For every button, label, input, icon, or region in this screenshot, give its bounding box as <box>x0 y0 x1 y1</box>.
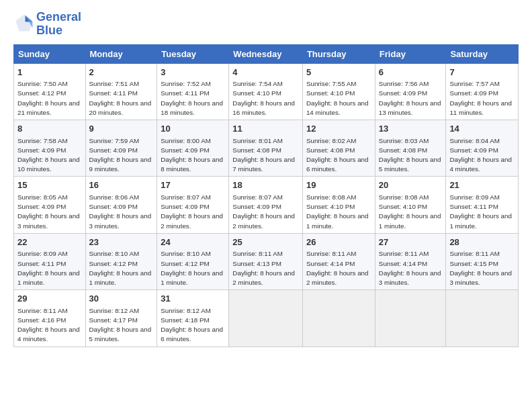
day-number: 3 <box>161 66 225 79</box>
calendar-cell: 27 Sunrise: 8:11 AMSunset: 4:14 PMDaylig… <box>375 233 446 289</box>
day-detail: Sunrise: 7:54 AMSunset: 4:10 PMDaylight:… <box>232 80 295 116</box>
calendar-cell: 25 Sunrise: 8:11 AMSunset: 4:13 PMDaylig… <box>229 233 303 289</box>
day-number: 29 <box>17 293 82 305</box>
calendar-cell: 26 Sunrise: 8:11 AMSunset: 4:14 PMDaylig… <box>302 233 375 289</box>
calendar-cell: 19 Sunrise: 8:08 AMSunset: 4:10 PMDaylig… <box>302 177 375 233</box>
calendar-cell: 4 Sunrise: 7:54 AMSunset: 4:10 PMDayligh… <box>229 63 303 120</box>
day-detail: Sunrise: 7:57 AMSunset: 4:09 PMDaylight:… <box>449 80 512 116</box>
day-number: 8 <box>17 123 82 135</box>
day-detail: Sunrise: 8:09 AMSunset: 4:11 PMDaylight:… <box>17 250 80 286</box>
day-detail: Sunrise: 7:55 AMSunset: 4:10 PMDaylight:… <box>306 80 369 116</box>
day-detail: Sunrise: 8:08 AMSunset: 4:10 PMDaylight:… <box>306 193 369 230</box>
day-detail: Sunrise: 7:50 AMSunset: 4:12 PMDaylight:… <box>17 80 80 116</box>
day-detail: Sunrise: 8:12 AMSunset: 4:17 PMDaylight:… <box>89 307 152 343</box>
day-number: 1 <box>17 66 82 79</box>
day-number: 21 <box>449 179 515 191</box>
day-detail: Sunrise: 8:11 AMSunset: 4:14 PMDaylight:… <box>306 250 369 286</box>
calendar-row-4: 22 Sunrise: 8:09 AMSunset: 4:11 PMDaylig… <box>14 233 519 289</box>
calendar-cell: 17 Sunrise: 8:07 AMSunset: 4:09 PMDaylig… <box>157 177 229 233</box>
calendar-cell: 7 Sunrise: 7:57 AMSunset: 4:09 PMDayligh… <box>446 63 519 120</box>
col-header-wednesday: Wednesday <box>229 44 303 63</box>
calendar-cell: 30 Sunrise: 8:12 AMSunset: 4:17 PMDaylig… <box>85 290 157 347</box>
day-number: 12 <box>306 123 371 135</box>
day-number: 10 <box>161 123 225 135</box>
day-detail: Sunrise: 8:01 AMSunset: 4:08 PMDaylight:… <box>232 137 295 173</box>
day-detail: Sunrise: 7:58 AMSunset: 4:09 PMDaylight:… <box>17 137 80 173</box>
calendar-cell <box>375 290 446 347</box>
day-detail: Sunrise: 8:10 AMSunset: 4:12 PMDaylight:… <box>89 250 152 286</box>
day-number: 28 <box>449 236 515 248</box>
day-number: 15 <box>17 179 82 191</box>
day-detail: Sunrise: 8:11 AMSunset: 4:14 PMDaylight:… <box>379 250 441 286</box>
col-header-sunday: Sunday <box>14 44 86 63</box>
day-detail: Sunrise: 8:10 AMSunset: 4:12 PMDaylight:… <box>161 250 223 286</box>
day-number: 19 <box>306 179 371 191</box>
calendar-table: SundayMondayTuesdayWednesdayThursdayFrid… <box>13 44 519 347</box>
day-number: 18 <box>232 179 299 191</box>
day-detail: Sunrise: 8:04 AMSunset: 4:09 PMDaylight:… <box>449 137 512 173</box>
day-detail: Sunrise: 8:05 AMSunset: 4:09 PMDaylight:… <box>17 193 80 230</box>
day-detail: Sunrise: 8:03 AMSunset: 4:08 PMDaylight:… <box>379 137 441 173</box>
calendar-row-5: 29 Sunrise: 8:11 AMSunset: 4:16 PMDaylig… <box>14 290 519 347</box>
calendar-cell <box>229 290 303 347</box>
calendar-cell: 29 Sunrise: 8:11 AMSunset: 4:16 PMDaylig… <box>14 290 86 347</box>
calendar-cell: 24 Sunrise: 8:10 AMSunset: 4:12 PMDaylig… <box>157 233 229 289</box>
header: General Blue <box>13 11 519 38</box>
calendar-cell: 8 Sunrise: 7:58 AMSunset: 4:09 PMDayligh… <box>14 120 86 177</box>
page: General Blue SundayMondayTuesdayWednesda… <box>0 0 532 411</box>
day-detail: Sunrise: 8:07 AMSunset: 4:09 PMDaylight:… <box>161 193 223 230</box>
day-number: 9 <box>89 123 154 135</box>
calendar-cell: 3 Sunrise: 7:52 AMSunset: 4:11 PMDayligh… <box>157 63 229 120</box>
calendar-cell: 2 Sunrise: 7:51 AMSunset: 4:11 PMDayligh… <box>85 63 157 120</box>
calendar-cell: 10 Sunrise: 8:00 AMSunset: 4:09 PMDaylig… <box>157 120 229 177</box>
calendar-cell: 23 Sunrise: 8:10 AMSunset: 4:12 PMDaylig… <box>85 233 157 289</box>
calendar-cell: 14 Sunrise: 8:04 AMSunset: 4:09 PMDaylig… <box>446 120 519 177</box>
calendar-cell: 1 Sunrise: 7:50 AMSunset: 4:12 PMDayligh… <box>14 63 86 120</box>
calendar-header-row: SundayMondayTuesdayWednesdayThursdayFrid… <box>14 44 519 63</box>
calendar-cell: 22 Sunrise: 8:09 AMSunset: 4:11 PMDaylig… <box>14 233 86 289</box>
calendar-cell: 5 Sunrise: 7:55 AMSunset: 4:10 PMDayligh… <box>302 63 375 120</box>
day-detail: Sunrise: 8:00 AMSunset: 4:09 PMDaylight:… <box>161 137 223 173</box>
calendar-row-2: 8 Sunrise: 7:58 AMSunset: 4:09 PMDayligh… <box>14 120 519 177</box>
calendar-row-1: 1 Sunrise: 7:50 AMSunset: 4:12 PMDayligh… <box>14 63 519 120</box>
day-number: 26 <box>306 236 371 248</box>
day-number: 13 <box>379 123 443 135</box>
calendar-cell: 6 Sunrise: 7:56 AMSunset: 4:09 PMDayligh… <box>375 63 446 120</box>
calendar-cell: 13 Sunrise: 8:03 AMSunset: 4:08 PMDaylig… <box>375 120 446 177</box>
day-number: 24 <box>161 236 225 248</box>
day-detail: Sunrise: 7:56 AMSunset: 4:09 PMDaylight:… <box>379 80 441 116</box>
logo-icon <box>15 13 34 32</box>
day-number: 27 <box>379 236 443 248</box>
day-number: 16 <box>89 179 154 191</box>
calendar-cell: 21 Sunrise: 8:09 AMSunset: 4:11 PMDaylig… <box>446 177 519 233</box>
day-number: 20 <box>379 179 443 191</box>
day-number: 14 <box>449 123 515 135</box>
day-number: 6 <box>379 66 443 79</box>
calendar-cell: 12 Sunrise: 8:02 AMSunset: 4:08 PMDaylig… <box>302 120 375 177</box>
day-detail: Sunrise: 8:11 AMSunset: 4:15 PMDaylight:… <box>449 250 512 286</box>
logo: General Blue <box>13 11 81 38</box>
day-detail: Sunrise: 8:11 AMSunset: 4:13 PMDaylight:… <box>232 250 295 286</box>
calendar-cell: 20 Sunrise: 8:08 AMSunset: 4:10 PMDaylig… <box>375 177 446 233</box>
col-header-thursday: Thursday <box>302 44 375 63</box>
day-detail: Sunrise: 8:07 AMSunset: 4:09 PMDaylight:… <box>232 193 295 230</box>
day-number: 23 <box>89 236 154 248</box>
calendar-cell: 15 Sunrise: 8:05 AMSunset: 4:09 PMDaylig… <box>14 177 86 233</box>
day-detail: Sunrise: 8:02 AMSunset: 4:08 PMDaylight:… <box>306 137 369 173</box>
day-number: 30 <box>89 293 154 305</box>
calendar-cell: 28 Sunrise: 8:11 AMSunset: 4:15 PMDaylig… <box>446 233 519 289</box>
calendar-row-3: 15 Sunrise: 8:05 AMSunset: 4:09 PMDaylig… <box>14 177 519 233</box>
day-detail: Sunrise: 8:12 AMSunset: 4:18 PMDaylight:… <box>161 307 223 343</box>
day-detail: Sunrise: 8:08 AMSunset: 4:10 PMDaylight:… <box>379 193 441 230</box>
day-number: 17 <box>161 179 225 191</box>
calendar-cell: 16 Sunrise: 8:06 AMSunset: 4:09 PMDaylig… <box>85 177 157 233</box>
day-number: 2 <box>89 66 154 79</box>
calendar-cell: 9 Sunrise: 7:59 AMSunset: 4:09 PMDayligh… <box>85 120 157 177</box>
col-header-saturday: Saturday <box>446 44 519 63</box>
col-header-tuesday: Tuesday <box>157 44 229 63</box>
calendar-cell: 18 Sunrise: 8:07 AMSunset: 4:09 PMDaylig… <box>229 177 303 233</box>
day-number: 4 <box>232 66 299 79</box>
calendar-cell: 11 Sunrise: 8:01 AMSunset: 4:08 PMDaylig… <box>229 120 303 177</box>
logo-text: General Blue <box>36 11 81 38</box>
day-number: 5 <box>306 66 371 79</box>
